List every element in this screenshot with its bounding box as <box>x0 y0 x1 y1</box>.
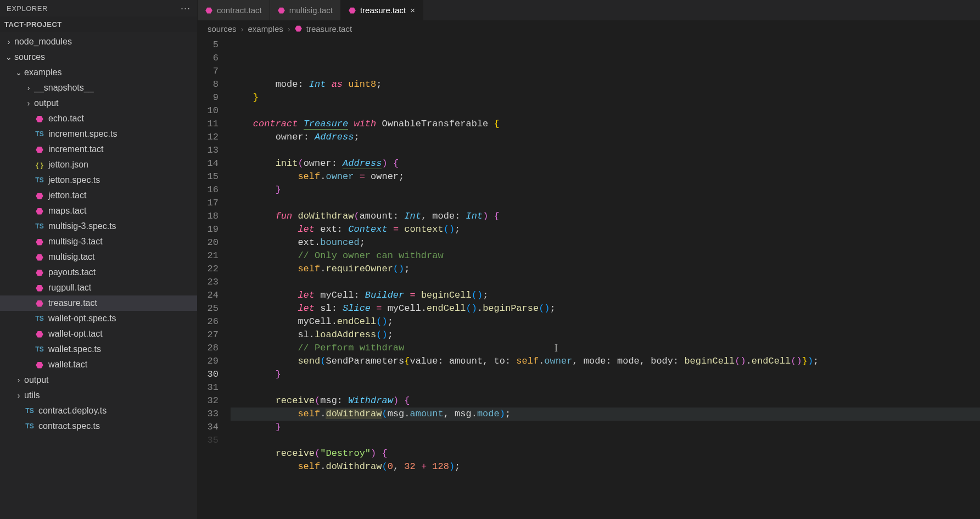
line-number[interactable]: 17 <box>198 197 219 210</box>
tree-file[interactable]: ⬣increment.tact <box>0 142 197 157</box>
editor-tab[interactable]: ⬣treasure.tact× <box>341 0 423 20</box>
line-number[interactable]: 16 <box>198 183 219 197</box>
close-icon[interactable]: × <box>410 5 415 15</box>
code-line[interactable]: init(owner: Address) { <box>231 157 980 170</box>
code-area[interactable]: I mode: Int as uint8; } contract Treasur… <box>231 36 980 519</box>
line-number[interactable]: 30 <box>198 368 219 381</box>
tree-folder[interactable]: ›utils <box>0 388 197 403</box>
breadcrumb-item[interactable]: examples <box>248 24 283 34</box>
code-line[interactable]: ext.bounced; <box>231 236 980 249</box>
code-line[interactable] <box>231 434 980 447</box>
code-line[interactable]: receive(msg: Withdraw) { <box>231 394 980 408</box>
line-number[interactable]: 18 <box>198 210 219 223</box>
code-line[interactable]: fun doWithdraw(amount: Int, mode: Int) { <box>231 210 980 223</box>
line-number[interactable]: 29 <box>198 355 219 368</box>
tree-file[interactable]: ⬣maps.tact <box>0 203 197 219</box>
tree-file[interactable]: ⬣jetton.tact <box>0 188 197 203</box>
line-number[interactable]: 23 <box>198 276 219 289</box>
tree-file[interactable]: TSmultisig-3.spec.ts <box>0 219 197 234</box>
line-number[interactable]: 33 <box>198 408 219 421</box>
tree-file[interactable]: TSjetton.spec.ts <box>0 172 197 188</box>
line-number[interactable]: 6 <box>198 52 219 65</box>
line-number[interactable]: 27 <box>198 328 219 342</box>
tree-folder[interactable]: ›__snapshots__ <box>0 80 197 96</box>
line-number[interactable]: 31 <box>198 381 219 394</box>
editor-tab[interactable]: ⬣contract.tact <box>198 0 270 20</box>
line-number[interactable]: 34 <box>198 421 219 434</box>
tree-folder[interactable]: ⌄examples <box>0 65 197 80</box>
code-line[interactable]: sl.loadAddress(); <box>231 328 980 342</box>
tree-file[interactable]: TSwallet.spec.ts <box>0 342 197 357</box>
line-number[interactable]: 13 <box>198 144 219 157</box>
tree-file[interactable]: ⬣treasure.tact <box>0 295 197 311</box>
file-icon: TS <box>34 315 45 322</box>
code-line[interactable]: self.owner = owner; <box>231 170 980 183</box>
editor[interactable]: 5678910111213141516171819202122232425262… <box>198 36 980 519</box>
line-number[interactable]: 10 <box>198 104 219 118</box>
code-line[interactable]: self.doWithdraw(msg.amount, msg.mode); <box>231 408 980 421</box>
sidebar-actions-icon[interactable]: ··· <box>181 3 191 14</box>
line-number[interactable]: 22 <box>198 263 219 276</box>
line-number[interactable]: 12 <box>198 131 219 144</box>
code-line[interactable] <box>231 381 980 394</box>
line-number[interactable]: 9 <box>198 91 219 104</box>
project-label[interactable]: TACT-PROJECT <box>0 16 197 32</box>
line-number[interactable]: 14 <box>198 157 219 170</box>
tree-file[interactable]: ⬣multisig-3.tact <box>0 234 197 249</box>
line-number[interactable]: 21 <box>198 249 219 263</box>
code-line[interactable] <box>231 144 980 157</box>
tree-file[interactable]: ⬣wallet.tact <box>0 357 197 372</box>
tree-folder[interactable]: ›output <box>0 96 197 111</box>
tree-file[interactable]: ⬣multisig.tact <box>0 249 197 265</box>
tree-folder[interactable]: ›output <box>0 372 197 388</box>
line-number[interactable]: 24 <box>198 289 219 302</box>
code-line[interactable]: } <box>231 421 980 434</box>
line-number[interactable]: 7 <box>198 65 219 78</box>
line-number[interactable]: 26 <box>198 315 219 328</box>
tree-file[interactable]: TSwallet-opt.spec.ts <box>0 311 197 326</box>
tree-file[interactable]: ⬣echo.tact <box>0 111 197 126</box>
code-line[interactable]: let sl: Slice = myCell.endCell().beginPa… <box>231 302 980 315</box>
tree-file[interactable]: { }jetton.json <box>0 157 197 172</box>
code-line[interactable]: receive("Destroy") { <box>231 447 980 460</box>
tree-file[interactable]: ⬣wallet-opt.tact <box>0 326 197 342</box>
code-line[interactable]: // Only owner can withdraw <box>231 249 980 263</box>
code-line[interactable]: send(SendParameters{value: amount, to: s… <box>231 355 980 368</box>
tree-folder[interactable]: ⌄sources <box>0 49 197 65</box>
code-line[interactable]: let ext: Context = context(); <box>231 223 980 236</box>
code-line[interactable]: // Perform withdraw <box>231 342 980 355</box>
line-number[interactable]: 5 <box>198 38 219 52</box>
tree-file[interactable]: TScontract.spec.ts <box>0 418 197 434</box>
code-line[interactable]: owner: Address; <box>231 131 980 144</box>
line-number[interactable]: 8 <box>198 78 219 91</box>
editor-tab[interactable]: ⬣multisig.tact <box>270 0 341 20</box>
sidebar-title: EXPLORER <box>7 4 48 13</box>
line-number[interactable]: 20 <box>198 236 219 249</box>
line-number[interactable]: 19 <box>198 223 219 236</box>
line-number[interactable]: 25 <box>198 302 219 315</box>
line-number[interactable]: 32 <box>198 394 219 408</box>
code-line[interactable]: myCell.endCell(); <box>231 315 980 328</box>
breadcrumb-item[interactable]: sources <box>208 24 237 34</box>
tree-file[interactable]: TScontract.deploy.ts <box>0 403 197 418</box>
code-line[interactable] <box>231 197 980 210</box>
code-line[interactable]: mode: Int as uint8; <box>231 78 980 91</box>
explorer-sidebar: EXPLORER ··· TACT-PROJECT ›node_modules⌄… <box>0 0 198 519</box>
code-line[interactable]: } <box>231 91 980 104</box>
code-line[interactable]: self.requireOwner(); <box>231 263 980 276</box>
breadcrumb-item[interactable]: treasure.tact <box>306 24 352 34</box>
line-number[interactable]: 15 <box>198 170 219 183</box>
tree-file[interactable]: ⬣rugpull.tact <box>0 280 197 295</box>
code-line[interactable]: contract Treasure with OwnableTransferab… <box>231 118 980 131</box>
code-line[interactable]: } <box>231 183 980 197</box>
code-line[interactable] <box>231 104 980 118</box>
line-number[interactable]: 11 <box>198 118 219 131</box>
code-line[interactable]: } <box>231 368 980 381</box>
tree-folder[interactable]: ›node_modules <box>0 34 197 49</box>
code-line[interactable]: let myCell: Builder = beginCell(); <box>231 289 980 302</box>
tree-file[interactable]: ⬣payouts.tact <box>0 265 197 280</box>
tree-file[interactable]: TSincrement.spec.ts <box>0 126 197 142</box>
code-line[interactable] <box>231 276 980 289</box>
code-line[interactable]: self.doWithdraw(0, 32 + 128); <box>231 460 980 473</box>
line-number[interactable]: 28 <box>198 342 219 355</box>
